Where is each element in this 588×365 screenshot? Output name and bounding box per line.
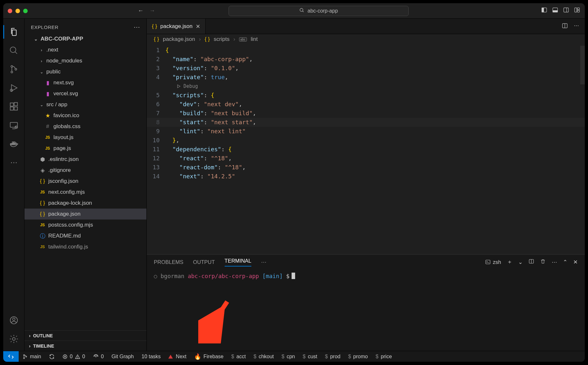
status-item-prod[interactable]: $prod	[321, 351, 344, 362]
split-editor-icon[interactable]	[562, 23, 568, 30]
maximize-window-icon[interactable]	[23, 9, 28, 13]
sidebar-section-outline[interactable]: ›OUTLINE	[24, 330, 146, 341]
window-traffic-lights[interactable]	[8, 9, 28, 13]
customize-layout-icon[interactable]	[574, 7, 580, 15]
panel-overflow-icon[interactable]: ⋯	[552, 259, 557, 265]
status-item-price[interactable]: $price	[372, 351, 396, 362]
breadcrumb[interactable]: { } package.json › { } scripts › abc lin…	[147, 34, 585, 46]
minimap-scrollbar[interactable]	[580, 46, 585, 84]
status-next[interactable]: Next	[164, 351, 190, 362]
tree-project-root[interactable]: ⌄ ABC-CORP-APP	[24, 33, 146, 44]
activity-source-control-icon[interactable]	[8, 63, 20, 75]
panel-left-icon[interactable]	[541, 7, 547, 15]
js-file-icon: JS	[39, 190, 46, 194]
close-window-icon[interactable]	[8, 9, 12, 13]
editor-tab-package-json[interactable]: { } package.json ✕	[147, 19, 206, 34]
panel-tab-output[interactable]: OUTPUT	[193, 259, 215, 265]
status-item-cust[interactable]: $cust	[299, 351, 321, 362]
code-editor[interactable]: 1234567891011121314 { "name": "abc-corp-…	[147, 46, 585, 254]
activity-explorer-icon[interactable]	[8, 26, 20, 38]
status-tasks[interactable]: 10 tasks	[138, 351, 165, 362]
tree-file[interactable]: ⓘREADME.md	[24, 230, 146, 241]
tree-file[interactable]: JSpostcss.config.mjs	[24, 220, 146, 230]
json-file-icon: { }	[39, 178, 46, 184]
panel-tab-terminal[interactable]: TERMINAL	[225, 258, 251, 267]
code-body[interactable]: { "name": "abc-corp-app", "version": "0.…	[165, 46, 585, 254]
tree-file[interactable]: JSpage.js	[24, 143, 146, 154]
tree-file[interactable]: JSlayout.js	[24, 132, 146, 143]
status-item-cpn[interactable]: $cpn	[278, 351, 299, 362]
svg-point-32	[13, 318, 15, 321]
close-panel-icon[interactable]: ✕	[573, 259, 578, 265]
json-file-icon: { }	[39, 211, 46, 217]
tree-file[interactable]: ▮vercel.svg	[24, 88, 146, 99]
tree-file[interactable]: JSnext.config.mjs	[24, 187, 146, 198]
tree-file[interactable]: JStailwind.config.js	[24, 241, 146, 252]
activity-remote-explorer-icon[interactable]	[8, 119, 20, 131]
svg-rect-20	[14, 107, 17, 110]
activity-settings-icon[interactable]	[8, 333, 20, 345]
status-ports[interactable]: 0	[89, 351, 108, 362]
close-tab-icon[interactable]: ✕	[196, 23, 200, 30]
svg-line-1	[303, 11, 303, 12]
chevron-right-icon: ›	[29, 343, 31, 349]
status-git-graph[interactable]: Git Graph	[107, 351, 137, 362]
chevron-right-icon: ›	[39, 48, 44, 52]
nav-forward-icon[interactable]: →	[149, 7, 155, 14]
kill-terminal-icon[interactable]	[540, 258, 546, 266]
svg-rect-21	[14, 103, 17, 106]
panel-more-icon[interactable]: ⋯	[261, 259, 266, 265]
tree-folder-src-app[interactable]: ⌄src / app	[24, 99, 146, 110]
tree-file[interactable]: ▮next.svg	[24, 77, 146, 88]
panel-bottom-icon[interactable]	[552, 7, 558, 15]
panel-right-icon[interactable]	[563, 7, 569, 15]
status-item-promo[interactable]: $promo	[344, 351, 372, 362]
tree-file-package-json[interactable]: { }package.json	[24, 209, 146, 220]
tree-file[interactable]: #globals.css	[24, 121, 146, 132]
search-text: abc-corp-app	[308, 8, 338, 14]
tree-folder-node-modules[interactable]: ›node_modules	[24, 55, 146, 66]
sidebar-more-icon[interactable]: ⋯	[134, 23, 140, 31]
terminal-dropdown-icon[interactable]: ⌄	[518, 259, 523, 265]
minimize-window-icon[interactable]	[15, 9, 20, 13]
remote-indicator[interactable]	[3, 351, 19, 362]
svg-file-icon: ▮	[44, 90, 51, 97]
nav-back-icon[interactable]: ←	[138, 7, 144, 14]
tree-file[interactable]: ◈.gitignore	[24, 165, 146, 176]
activity-run-debug-icon[interactable]	[8, 82, 20, 94]
activity-docker-icon[interactable]	[8, 138, 20, 150]
terminal-profile[interactable]: zsh	[485, 259, 501, 265]
activity-more-icon[interactable]: ⋯	[8, 156, 20, 169]
activity-search-icon[interactable]	[8, 44, 20, 57]
command-center-search[interactable]: abc-corp-app	[229, 6, 409, 16]
editor-more-icon[interactable]: ⋯	[574, 23, 579, 30]
new-terminal-icon[interactable]: ＋	[507, 258, 512, 266]
svg-line-12	[15, 52, 17, 54]
tree-file[interactable]: ⬢.eslintrc.json	[24, 154, 146, 165]
panel-tab-problems[interactable]: PROBLEMS	[154, 259, 183, 265]
tree-file[interactable]: { }jsconfig.json	[24, 176, 146, 187]
status-item-chkout[interactable]: $chkout	[250, 351, 278, 362]
json-file-icon: { }	[154, 36, 159, 42]
status-errors-warnings[interactable]: 0 0	[59, 351, 89, 362]
status-sync[interactable]	[45, 351, 59, 362]
tree-file[interactable]: ★favicon.ico	[24, 110, 146, 121]
activity-accounts-icon[interactable]	[8, 314, 20, 326]
status-branch[interactable]: main	[19, 351, 45, 362]
terminal-body[interactable]: ○ bgorman abc-corp/abc-corp-app [main] $	[147, 269, 585, 351]
maximize-panel-icon[interactable]: ⌃	[563, 259, 567, 265]
sidebar-section-timeline[interactable]: ›TIMELINE	[24, 341, 146, 351]
debug-codelens[interactable]: Debug	[165, 82, 585, 91]
activity-extensions-icon[interactable]	[8, 100, 20, 113]
status-firebase[interactable]: 🔥Firebase	[190, 351, 227, 362]
annotation-arrow-icon	[198, 295, 234, 343]
tree-file[interactable]: { }package-lock.json	[24, 198, 146, 209]
split-terminal-icon[interactable]	[528, 258, 534, 266]
svg-file-icon: ▮	[44, 80, 51, 86]
js-file-icon: JS	[39, 245, 46, 249]
status-item-acct[interactable]: $acct	[228, 351, 250, 362]
eslint-file-icon: ⬢	[39, 156, 46, 163]
tree-folder-public[interactable]: ⌄public	[24, 66, 146, 77]
svg-rect-19	[10, 107, 13, 110]
tree-folder-next[interactable]: ›.next	[24, 44, 146, 55]
